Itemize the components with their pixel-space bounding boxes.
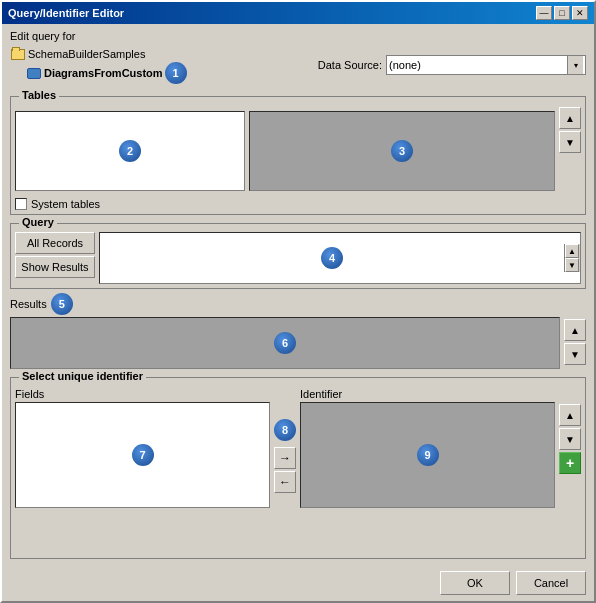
system-tables-row: System tables — [15, 198, 555, 210]
badge-7: 7 — [132, 444, 154, 466]
datasource-label: Data Source: — [318, 59, 382, 71]
query-group-box: Query All Records Show Results 4 ▲ ▼ — [10, 223, 586, 289]
results-down-button[interactable]: ▼ — [564, 343, 586, 365]
query-group-title: Query — [19, 216, 57, 228]
minimize-button[interactable]: — — [536, 6, 552, 20]
badge-1: 1 — [165, 62, 187, 84]
query-textarea[interactable]: 4 ▲ ▼ — [99, 232, 581, 284]
title-bar-controls: — □ ✕ — [536, 6, 588, 20]
close-button[interactable]: ✕ — [572, 6, 588, 20]
identifier-label: Identifier — [300, 388, 555, 400]
badge-3: 3 — [391, 140, 413, 162]
badge-6: 6 — [274, 332, 296, 354]
tables-right-panel[interactable]: 3 — [249, 111, 555, 191]
identifier-down-button[interactable]: ▼ — [559, 428, 581, 450]
title-bar: Query/Identifier Editor — □ ✕ — [2, 2, 594, 24]
id-arrows: 8 → ← — [274, 388, 296, 508]
db-icon — [26, 65, 42, 81]
add-identifier-button[interactable]: + — [559, 452, 581, 474]
maximize-button[interactable]: □ — [554, 6, 570, 20]
move-right-button[interactable]: → — [274, 447, 296, 469]
identifier-panel: Identifier 9 — [300, 388, 555, 508]
query-text-inner[interactable]: 4 — [100, 233, 564, 283]
tables-group-box: Tables 2 3 System tables — [10, 96, 586, 215]
badge-4: 4 — [321, 247, 343, 269]
folder-icon — [10, 46, 26, 62]
results-section: Results 5 6 ▲ ▼ — [10, 293, 586, 369]
badge-9: 9 — [417, 444, 439, 466]
tables-down-button[interactable]: ▼ — [559, 131, 581, 153]
query-identifier-editor-window: Query/Identifier Editor — □ ✕ Edit query… — [0, 0, 596, 603]
tree-parent-label: SchemaBuilderSamples — [28, 48, 145, 60]
dropdown-arrow-icon[interactable]: ▾ — [567, 56, 583, 74]
system-tables-label: System tables — [31, 198, 100, 210]
datasource-dropdown[interactable]: (none) ▾ — [386, 55, 586, 75]
query-scroll-up[interactable]: ▲ — [565, 244, 579, 258]
results-label: Results — [10, 298, 47, 310]
system-tables-checkbox[interactable] — [15, 198, 27, 210]
identifier-side-buttons: ▲ ▼ + — [559, 388, 581, 508]
badge-8: 8 — [274, 419, 296, 441]
identifier-list[interactable]: 9 — [300, 402, 555, 508]
query-scrollbar[interactable]: ▲ ▼ — [564, 244, 580, 272]
tree-datasource-row: SchemaBuilderSamples DiagramsFromCustom … — [10, 46, 586, 84]
window-title: Query/Identifier Editor — [8, 7, 124, 19]
ok-button[interactable]: OK — [440, 571, 510, 595]
tree-item: SchemaBuilderSamples DiagramsFromCustom … — [10, 46, 187, 84]
tables-side-buttons: ▲ ▼ — [559, 105, 581, 210]
select-unique-title: Select unique identifier — [19, 370, 146, 382]
results-up-button[interactable]: ▲ — [564, 319, 586, 341]
badge-2: 2 — [119, 140, 141, 162]
fields-list[interactable]: 7 — [15, 402, 270, 508]
show-results-button[interactable]: Show Results — [15, 256, 95, 278]
footer: OK Cancel — [2, 565, 594, 601]
tables-left-panel[interactable]: 2 — [15, 111, 245, 191]
tree-parent-row: SchemaBuilderSamples — [10, 46, 187, 62]
results-area[interactable]: 6 — [10, 317, 560, 369]
cancel-button[interactable]: Cancel — [516, 571, 586, 595]
datasource-value: (none) — [389, 59, 421, 71]
window-content: Edit query for SchemaBuilderSamples — [2, 24, 594, 565]
query-scroll-down[interactable]: ▼ — [565, 258, 579, 272]
move-left-button[interactable]: ← — [274, 471, 296, 493]
results-side-buttons: ▲ ▼ — [564, 317, 586, 369]
tables-up-button[interactable]: ▲ — [559, 107, 581, 129]
tree-child-row: DiagramsFromCustom 1 — [10, 62, 187, 84]
all-records-button[interactable]: All Records — [15, 232, 95, 254]
datasource-control: Data Source: (none) ▾ — [318, 55, 586, 75]
identifier-up-button[interactable]: ▲ — [559, 404, 581, 426]
select-unique-group-box: Select unique identifier Fields 7 8 → ← — [10, 377, 586, 559]
fields-label: Fields — [15, 388, 270, 400]
fields-panel: Fields 7 — [15, 388, 270, 508]
query-buttons: All Records Show Results — [15, 232, 95, 284]
edit-query-label: Edit query for — [10, 30, 586, 42]
tables-group-title: Tables — [19, 89, 59, 101]
badge-5: 5 — [51, 293, 73, 315]
tree-child-label: DiagramsFromCustom — [44, 67, 163, 79]
edit-query-section: Edit query for SchemaBuilderSamples — [10, 30, 586, 84]
